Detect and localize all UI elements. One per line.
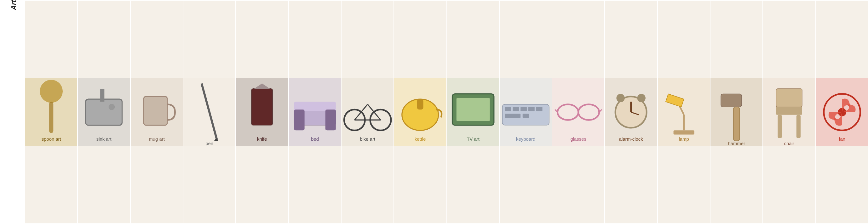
art-hammer: hammer	[710, 1, 763, 223]
svg-rect-47	[536, 107, 542, 111]
art-sink: sink art	[78, 1, 130, 223]
svg-text:pen: pen	[206, 141, 213, 146]
svg-rect-35	[417, 99, 424, 110]
svg-rect-77	[776, 107, 803, 114]
svg-text:glasses: glasses	[570, 137, 586, 142]
art-glasses: glasses	[552, 1, 604, 223]
svg-point-62	[617, 94, 625, 102]
svg-rect-17	[252, 89, 273, 125]
svg-rect-46	[528, 107, 535, 111]
svg-rect-2	[49, 102, 53, 133]
svg-rect-78	[778, 114, 782, 138]
art-fan: fan	[816, 1, 868, 223]
svg-text:fan: fan	[839, 137, 845, 142]
art-alarm-clock: alarm-clock	[605, 1, 657, 223]
svg-text:bike art: bike art	[360, 137, 376, 142]
art-spoon: spoon art	[25, 1, 77, 223]
svg-point-63	[638, 94, 646, 102]
svg-rect-6	[100, 89, 104, 102]
svg-rect-26	[342, 78, 394, 146]
svg-text:keyboard: keyboard	[516, 137, 535, 142]
art-bike: bike art	[342, 1, 394, 223]
art-keyboard: keyboard	[500, 1, 552, 223]
svg-text:lamp: lamp	[679, 137, 689, 142]
svg-text:hammer: hammer	[728, 141, 745, 146]
art-pen: pen	[183, 1, 235, 223]
svg-text:spoon art: spoon art	[41, 137, 61, 142]
art-images: spoon art sink art mug ar	[25, 0, 868, 224]
art-bed: bed	[289, 1, 341, 223]
svg-text:knife: knife	[257, 137, 267, 142]
art-kettle: kettle	[394, 1, 446, 223]
svg-text:alarm-clock: alarm-clock	[619, 137, 643, 142]
art-row: Art spoon art sink art	[0, 0, 868, 224]
art-label: Art	[0, 0, 25, 224]
svg-rect-48	[505, 114, 521, 118]
art-desk-lamp: lamp	[658, 1, 710, 223]
svg-text:kettle: kettle	[414, 137, 426, 142]
svg-text:chair: chair	[784, 141, 794, 146]
svg-text:bed: bed	[311, 137, 319, 142]
svg-text:mug art: mug art	[149, 137, 165, 142]
svg-rect-72	[721, 94, 742, 107]
svg-rect-49	[523, 114, 529, 118]
svg-text:sink art: sink art	[96, 137, 112, 142]
art-chair: chair	[763, 1, 815, 223]
main-container: Art spoon art sink art	[0, 0, 868, 224]
svg-rect-39	[456, 98, 490, 121]
svg-point-7	[109, 104, 115, 110]
svg-rect-5	[86, 99, 122, 125]
svg-rect-66	[673, 130, 694, 134]
art-knife: knife	[236, 1, 288, 223]
art-mug: mug art	[131, 1, 183, 223]
svg-rect-44	[513, 107, 519, 111]
svg-text:TV art: TV art	[467, 137, 479, 142]
svg-point-1	[40, 80, 63, 103]
svg-rect-45	[521, 107, 527, 111]
svg-rect-73	[734, 107, 740, 140]
svg-rect-65	[658, 78, 710, 146]
svg-rect-10	[144, 96, 167, 125]
svg-rect-23	[294, 110, 304, 130]
svg-rect-24	[325, 110, 336, 130]
art-tv: TV art	[447, 1, 499, 223]
svg-rect-79	[797, 114, 801, 138]
svg-rect-43	[505, 107, 511, 111]
svg-rect-76	[776, 89, 803, 107]
